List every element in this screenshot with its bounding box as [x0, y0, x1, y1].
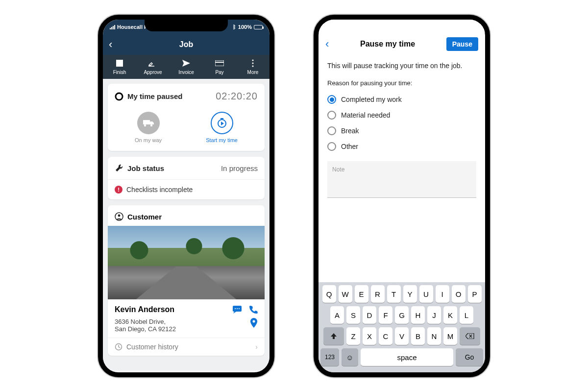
approve-button[interactable]: Approve: [136, 55, 170, 79]
reason-option-material[interactable]: Material needed: [327, 107, 476, 123]
key-m[interactable]: M: [443, 327, 457, 345]
time-status-label: My time paused: [127, 92, 183, 100]
back-button[interactable]: ‹: [325, 38, 329, 50]
radio-icon: [327, 126, 336, 135]
iphone-notch: [145, 20, 228, 31]
invoice-button[interactable]: Invoice: [170, 55, 203, 79]
key-j[interactable]: J: [427, 306, 441, 324]
elapsed-time: 02:20:20: [216, 91, 258, 102]
pause-description: This will pause tracking your time on th…: [327, 62, 476, 70]
job-status-row[interactable]: Job status In progress: [108, 157, 265, 179]
reason-option-other[interactable]: Other: [327, 139, 476, 154]
key-go[interactable]: Go: [456, 348, 483, 366]
key-w[interactable]: W: [339, 285, 352, 303]
keyboard-row-3: Z X C V B N M: [320, 327, 483, 345]
note-input[interactable]: Note: [327, 161, 476, 198]
key-numbers[interactable]: 123: [320, 348, 339, 366]
key-b[interactable]: B: [411, 327, 425, 345]
finish-button[interactable]: Finish: [103, 55, 136, 79]
svg-point-14: [235, 308, 236, 309]
key-d[interactable]: D: [363, 306, 376, 324]
address-line2: San Diego, CA 92122: [115, 325, 176, 333]
streetview-image[interactable]: [108, 226, 265, 299]
key-a[interactable]: A: [330, 306, 344, 324]
key-l[interactable]: L: [460, 306, 473, 324]
key-c[interactable]: C: [379, 327, 392, 345]
start-time-button[interactable]: Start my time: [206, 112, 238, 143]
more-button[interactable]: More: [236, 55, 270, 79]
phone-job-detail: Housecall Pro 9:41 AM ᛒ 100% ‹ Job Finis…: [98, 15, 274, 377]
customer-history-row[interactable]: Customer history ›: [108, 338, 265, 356]
key-i[interactable]: I: [436, 285, 449, 303]
content-scroll[interactable]: My time paused 02:20:20 On my way: [103, 79, 270, 371]
pay-button[interactable]: Pay: [203, 55, 236, 79]
key-p[interactable]: P: [468, 285, 482, 303]
more-icon: [248, 59, 257, 68]
pause-button[interactable]: Pause: [446, 37, 478, 51]
svg-point-5: [252, 65, 253, 67]
key-q[interactable]: Q: [322, 285, 336, 303]
reason-option-break[interactable]: Break: [327, 123, 476, 139]
action-toolbar: Finish Approve Invoice Pay More: [103, 55, 270, 79]
key-k[interactable]: K: [443, 306, 457, 324]
customer-name: Kevin Anderson: [115, 305, 174, 314]
key-space[interactable]: space: [361, 348, 453, 366]
key-t[interactable]: T: [387, 285, 401, 303]
truck-icon: [137, 112, 160, 134]
svg-rect-0: [116, 60, 123, 67]
reason-option-completed[interactable]: Completed my work: [327, 92, 476, 107]
key-r[interactable]: R: [371, 285, 385, 303]
address-line1: 3636 Nobel Drive,: [115, 318, 176, 325]
signal-icon: [110, 25, 115, 29]
job-status-value: In progress: [221, 164, 258, 172]
person-icon: [115, 212, 123, 221]
svg-point-8: [150, 124, 152, 126]
job-status-label: Job status: [127, 164, 164, 172]
key-z[interactable]: Z: [346, 327, 360, 345]
key-f[interactable]: F: [379, 306, 392, 324]
pause-form: This will pause tracking your time on th…: [318, 56, 485, 200]
key-n[interactable]: N: [427, 327, 441, 345]
svg-point-3: [252, 59, 253, 61]
page-title: Pause my time: [360, 40, 415, 49]
key-backspace[interactable]: [460, 327, 480, 345]
timer-icon: [211, 112, 233, 134]
svg-point-12: [118, 215, 121, 217]
key-o[interactable]: O: [452, 285, 466, 303]
on-my-way-button[interactable]: On my way: [135, 112, 162, 143]
svg-point-15: [237, 308, 238, 309]
call-button[interactable]: [249, 305, 258, 314]
note-placeholder: Note: [332, 166, 344, 173]
job-status-card: Job status In progress ! Checklists inco…: [108, 157, 265, 199]
key-shift[interactable]: [323, 327, 344, 345]
message-button[interactable]: [232, 305, 242, 314]
customer-card: Customer Kevin Anderson 3636 Nobel Drive…: [108, 205, 265, 356]
key-s[interactable]: S: [346, 306, 360, 324]
back-button[interactable]: ‹: [109, 38, 112, 51]
map-pin-button[interactable]: [250, 318, 258, 328]
svg-point-17: [253, 320, 255, 323]
key-y[interactable]: Y: [403, 285, 417, 303]
reason-label: Reason for pausing your time:: [327, 79, 476, 87]
radio-icon: [327, 111, 336, 120]
key-g[interactable]: G: [395, 306, 409, 324]
key-x[interactable]: X: [363, 327, 376, 345]
key-v[interactable]: V: [395, 327, 409, 345]
chevron-right-icon: ›: [255, 343, 258, 351]
key-e[interactable]: E: [355, 285, 368, 303]
time-card: My time paused 02:20:20 On my way: [108, 84, 265, 151]
svg-point-4: [252, 62, 253, 64]
svg-rect-10: [220, 118, 223, 119]
page-title: Job: [179, 40, 193, 49]
key-u[interactable]: U: [419, 285, 433, 303]
status-bar: [318, 20, 485, 32]
keyboard-row-2: A S D F G H J K L: [320, 306, 483, 324]
keyboard-row-1: Q W E R T Y U I O P: [320, 285, 483, 303]
svg-rect-1: [215, 60, 224, 66]
svg-rect-2: [215, 62, 224, 63]
nav-header: ‹ Pause my time Pause: [318, 32, 485, 56]
send-icon: [182, 59, 191, 68]
checklist-alert-row[interactable]: ! Checklists incomplete: [108, 180, 265, 199]
key-h[interactable]: H: [411, 306, 425, 324]
key-emoji[interactable]: ☺: [342, 348, 358, 366]
